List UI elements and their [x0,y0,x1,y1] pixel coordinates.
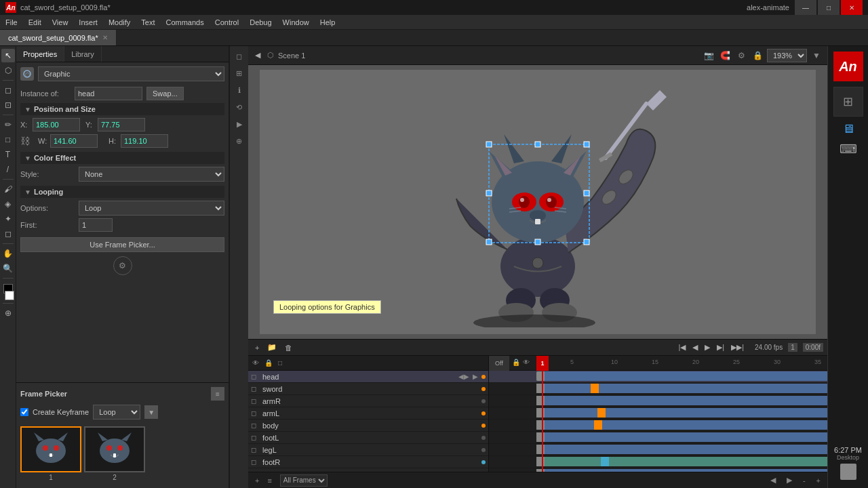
first-input[interactable] [79,218,113,232]
symbol-type-select[interactable]: Graphic Movie Clip Button [38,66,224,81]
adobe-animate-icon[interactable]: An [833,52,863,81]
panel-btn-3[interactable]: ℹ [232,83,247,98]
last-frame-button[interactable]: ▶▶| [728,342,747,353]
menu-text[interactable]: Text [136,15,160,29]
maximize-button[interactable]: □ [818,0,840,15]
rect-tool[interactable]: □ [1,133,15,146]
windows-start-button[interactable]: ⊞ [833,87,863,117]
style-select[interactable]: None Brightness Tint Alpha Advanced [79,167,224,182]
desktop-thumbnail[interactable] [840,464,856,480]
menu-debug[interactable]: Debug [244,15,277,29]
color-effect-header[interactable]: ▼ Color Effect [20,152,224,164]
keyboard-icon[interactable]: ⌨ [840,142,857,157]
scroll-right-button[interactable]: ▶ [784,475,795,485]
select-tool[interactable]: ↖ [1,49,15,62]
subselect-tool[interactable]: ⬡ [1,64,15,77]
scroll-left-button[interactable]: ◀ [768,475,778,485]
fp-loop-select[interactable]: Loop Play Once [93,405,140,420]
menu-commands[interactable]: Commands [160,15,209,29]
text-tool[interactable]: T [1,148,15,161]
play-button[interactable]: ▶ [702,342,713,353]
fp-dropdown-button[interactable]: ▼ [144,405,158,419]
brush-tool[interactable]: 🖌 [1,182,15,196]
menu-control[interactable]: Control [210,15,244,29]
bone-tool[interactable]: ⊕ [1,306,15,320]
snap-icon[interactable]: 🧲 [718,49,732,62]
zoom-timeline-out-button[interactable]: - [800,476,808,485]
tab-close-icon[interactable]: ✕ [102,34,108,41]
position-size-header[interactable]: ▼ Position and Size [20,103,224,115]
fill-color-swatch[interactable] [5,291,14,300]
layer-body[interactable]: ◻ body [248,420,488,432]
line-tool[interactable]: / [1,163,15,176]
lock-icon[interactable]: 🔒 [751,49,764,62]
layer-footR[interactable]: ◻ footR [248,456,488,468]
back-button[interactable]: ◀ [252,49,263,61]
y-input[interactable] [98,118,145,131]
menu-edit[interactable]: Edit [23,15,47,29]
paint-bucket-tool[interactable]: ◈ [1,197,15,211]
new-folder-button[interactable]: 📁 [264,342,279,353]
frame-row-footL[interactable] [489,432,827,444]
layer-armR[interactable]: ◻ armR [248,395,488,407]
layer-footL[interactable]: ◻ footL [248,432,488,444]
pencil-tool[interactable]: ✏ [1,118,15,131]
eraser-tool[interactable]: ◻ [1,227,15,241]
frame-options-button[interactable]: ≡ [264,476,274,485]
frame-row-legL[interactable] [489,444,827,456]
frame-row-legR[interactable] [489,468,827,472]
menu-window[interactable]: Window [277,15,315,29]
h-input[interactable] [121,134,168,148]
settings-icon[interactable]: ⚙ [113,256,132,275]
loop-options-select[interactable]: Loop Play Once Single Frame [79,201,224,216]
next-frame-button[interactable]: ▶| [714,342,727,353]
document-tab[interactable]: cat_sword_setup_0009.fla* ✕ [0,30,117,45]
settings-stage-icon[interactable]: ⚙ [734,49,748,62]
add-frame-button[interactable]: + [252,476,262,485]
use-frame-picker-button[interactable]: Use Frame Picker... [20,237,224,252]
layer-legL[interactable]: ◻ legL [248,444,488,456]
zoom-dropdown-icon[interactable]: ▼ [810,49,823,62]
hand-tool[interactable]: ✋ [1,247,15,260]
w-input[interactable] [50,134,98,148]
prev-frame-button[interactable]: ◀ [690,342,701,353]
layer-head[interactable]: ◻ head ◀▶ ▶ [248,371,488,383]
frame-row-head[interactable] [489,371,827,383]
panel-btn-2[interactable]: ⊞ [232,66,247,81]
instance-of-input[interactable] [75,87,142,100]
looping-header[interactable]: ▼ Looping [20,186,224,198]
swap-button[interactable]: Swap... [146,87,184,100]
frame-row-body[interactable] [489,420,827,432]
free-transform-tool[interactable]: ◻ [1,83,15,97]
create-keyframe-checkbox[interactable] [20,408,28,416]
panel-btn-1[interactable]: ◻ [232,49,247,64]
delete-layer-button[interactable]: 🗑 [282,342,295,353]
menu-modify[interactable]: Modify [103,15,136,29]
eyedropper-tool[interactable]: ✦ [1,212,15,226]
zoom-tool[interactable]: 🔍 [1,262,15,275]
desktop-icon[interactable]: 🖥 [842,122,854,136]
frame-type-select[interactable]: All Frames Keyframes [280,474,328,487]
menu-view[interactable]: View [47,15,74,29]
frame-row-armR[interactable] [489,395,827,407]
minimize-button[interactable]: — [795,0,816,15]
panel-btn-4[interactable]: ⟲ [232,100,247,115]
frame-thumb-img-2[interactable] [84,426,145,472]
zoom-timeline-in-button[interactable]: + [814,476,823,485]
menu-help[interactable]: Help [315,15,341,29]
frame-row-sword[interactable] [489,383,827,395]
frame-thumb-img-1[interactable] [20,426,81,472]
new-layer-button[interactable]: + [252,342,262,353]
zoom-select[interactable]: 193% 100% 50% 200% [767,49,807,62]
tab-properties[interactable]: Properties [16,46,64,62]
layer-sword[interactable]: ◻ sword [248,383,488,395]
frame-row-footR[interactable] [489,456,827,468]
x-input[interactable] [33,118,80,131]
frame-picker-menu-button[interactable]: ≡ [211,387,224,401]
first-frame-button[interactable]: |◀ [675,342,688,353]
menu-insert[interactable]: Insert [73,15,103,29]
tab-library[interactable]: Library [64,46,102,62]
off-button[interactable]: Off [489,356,509,371]
stage-canvas[interactable]: Looping options for Graphics [260,70,816,334]
timeline-frames[interactable]: Off 🔒 👁 1 5 10 15 20 2 [489,356,827,472]
